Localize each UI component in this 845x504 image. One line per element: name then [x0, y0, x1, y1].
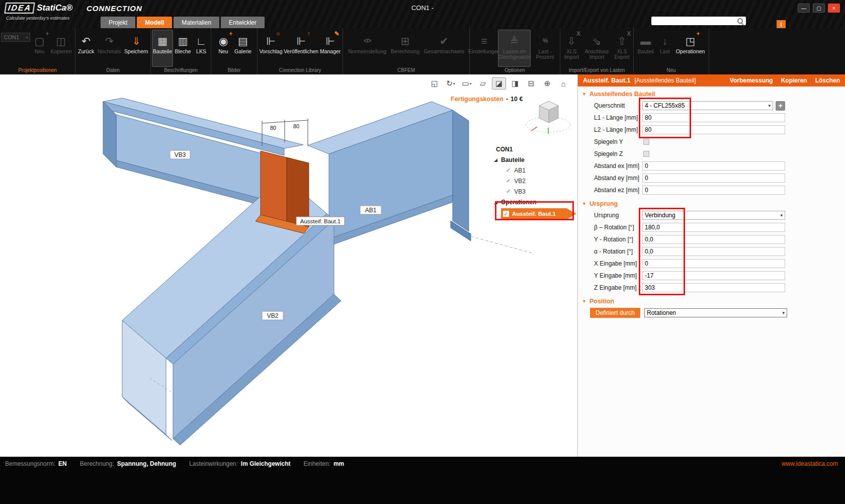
operation-checkbox[interactable]: ✓ — [503, 211, 509, 217]
window-select-icon[interactable]: ▭▾ — [460, 77, 474, 90]
stiffener-web-face[interactable] — [261, 151, 287, 221]
tree-item-vb2[interactable]: ✓VB2 — [494, 176, 577, 186]
tree-group-bauteile[interactable]: ◢Bauteile — [494, 154, 577, 165]
property-label: Spiegeln Z — [594, 150, 642, 157]
axes-icon[interactable]: ⊕ — [540, 77, 554, 90]
orbit-icon[interactable]: ↻▾ — [444, 77, 458, 90]
panel-action-kopieren[interactable]: Kopieren — [781, 77, 807, 84]
ribbon-group-buttons: ⇩XXLS Import⇘Anschluss Import⇧XXLS Expor… — [560, 28, 633, 67]
search-icon — [737, 18, 743, 24]
section-header-ursprung[interactable]: ▼Ursprung — [578, 198, 845, 209]
property-input-rotation[interactable]: 0,0 — [642, 247, 785, 256]
ribbon-button-galerie[interactable]: ▤Galerie — [232, 30, 254, 67]
viewport-3d[interactable]: 80 80 VB3 AB1 — [0, 74, 577, 457]
property-input-y-rotation[interactable]: 0,0 — [642, 235, 785, 244]
checkmark-icon[interactable]: ✓ — [506, 178, 511, 184]
section-view-icon[interactable]: ⊟ — [524, 77, 538, 90]
tree-item-ab1[interactable]: ✓AB1 — [494, 165, 577, 176]
property-label: α - Rotation [°] — [594, 248, 642, 255]
tab-materialien[interactable]: Materialien — [174, 17, 219, 28]
property-checkbox-spiegeln-z[interactable] — [643, 151, 649, 157]
tree-group-label: Operationen — [501, 199, 537, 206]
solid-view-icon[interactable]: ◪ — [492, 77, 506, 90]
ribbon-button-label: Gesamtnachweis — [424, 49, 464, 54]
panel-action-l-schen[interactable]: Löschen — [815, 77, 840, 84]
ribbon-button-ver-ffentlichen[interactable]: ⊩↑Veröffentlichen — [284, 30, 318, 67]
beam-ab1-end-face[interactable] — [453, 110, 469, 231]
chevron-down-icon: ▾ — [453, 81, 455, 86]
maximize-button[interactable]: ▢ — [813, 4, 825, 13]
plus-accent-icon: + — [696, 31, 700, 37]
property-select-definiert-durch[interactable]: Rotationen▾ — [644, 308, 787, 317]
close-button[interactable]: × — [828, 4, 840, 13]
stiffener-side-face[interactable] — [287, 157, 309, 227]
website-link[interactable]: www.ideastatica.com — [782, 460, 838, 467]
ribbon-button-bauteile[interactable]: ▦Bauteile — [152, 30, 173, 67]
plus-accent-icon: + — [45, 31, 49, 37]
checkmark-icon[interactable]: ✓ — [506, 167, 511, 174]
ribbon-button-neu[interactable]: ◉+Neu — [215, 30, 232, 67]
ribbon-button-zur-ck[interactable]: ↶Zurück — [76, 30, 96, 67]
section-collapse-icon[interactable]: ▼ — [582, 299, 586, 304]
model-tree: CON1◢Bauteile✓AB1✓VB2✓VB3◢Operationen✓Au… — [494, 144, 577, 219]
property-row-y-rotation: Y - Rotation [°]0,0 — [578, 233, 845, 245]
search-box[interactable] — [651, 17, 746, 25]
property-input-abstand-ey-mm[interactable]: 0 — [642, 174, 785, 183]
defined-by-button[interactable]: Definiert durch — [590, 308, 640, 318]
property-input-l2-l-nge-mm[interactable]: 80 — [642, 125, 785, 134]
property-row-querschnitt: Querschnitt4 - CFL255x85▾+ — [578, 100, 845, 112]
ribbon-button-label: Last - Prozent — [533, 49, 557, 60]
property-checkbox-spiegeln-y[interactable] — [643, 139, 649, 145]
ribbon-button-label: Neu — [218, 49, 228, 54]
property-select-querschnitt[interactable]: 4 - CFL255x85▾ — [642, 101, 773, 110]
tree-expander-icon[interactable]: ◢ — [494, 157, 501, 162]
property-input-rotation[interactable]: 180,0 — [642, 223, 785, 232]
section-header-position[interactable]: ▼Position — [578, 296, 845, 307]
publish-icon: ⊩↑ — [296, 33, 305, 49]
property-select-ursprung[interactable]: Verbindung▾ — [642, 211, 785, 220]
ribbon-button-speichern[interactable]: ⇓Speichern — [123, 30, 149, 67]
navigation-cube[interactable] — [526, 101, 570, 134]
manager-icon: ⊩✎ — [325, 33, 334, 49]
property-input-abstand-ez-mm[interactable]: 0 — [642, 186, 785, 195]
tree-group-operationen[interactable]: ◢Operationen — [494, 197, 577, 207]
add-cross-section-button[interactable]: + — [776, 101, 785, 111]
checkmark-icon[interactable]: ✓ — [506, 188, 511, 195]
tree-item-vb3[interactable]: ✓VB3 — [494, 186, 577, 197]
tab-modell[interactable]: Modell — [137, 17, 172, 28]
tree-item-aussteif-baut-1[interactable]: ✓Aussteif. Baut.1 — [501, 208, 576, 219]
beam-label-vb3: VB3 — [170, 150, 190, 159]
load-percent-icon: % — [543, 33, 548, 49]
tree-item-label: VB2 — [514, 178, 526, 185]
home-view-icon[interactable]: ⌂ — [556, 77, 570, 90]
ribbon-button-operationen[interactable]: ◳+Operationen — [674, 30, 707, 67]
property-row-l1-l-nge-mm: L1 - Länge [mm]80 — [578, 112, 845, 124]
production-cost: Fertigungskosten-10 € — [451, 96, 523, 103]
ribbon-button-bleche[interactable]: ▥Bleche — [174, 30, 192, 67]
transparent-view-icon[interactable]: ◨ — [508, 77, 522, 90]
property-input-z-eingabe-mm[interactable]: 303 — [642, 283, 785, 292]
search-input[interactable] — [652, 17, 739, 26]
plates-label-icon: ▥ — [178, 33, 188, 49]
ribbon-button-vorschlag[interactable]: ⊩○Vorschlag — [259, 30, 283, 67]
wireframe-view-icon[interactable]: ▱ — [476, 77, 490, 90]
section-collapse-icon[interactable]: ▼ — [582, 201, 586, 206]
tree-root-con1[interactable]: CON1 — [494, 144, 577, 154]
section-collapse-icon[interactable]: ▼ — [582, 92, 586, 97]
fit-view-icon[interactable]: ◱ — [428, 77, 442, 90]
tab-entwickler[interactable]: Entwickler — [221, 17, 265, 28]
ribbon-button-label: Zurück — [78, 49, 94, 54]
ribbon-button-manager[interactable]: ⊩✎Manager — [319, 30, 342, 67]
panel-action-vorbemessung[interactable]: Vorbemessung — [730, 77, 773, 84]
property-input-l1-l-nge-mm[interactable]: 80 — [642, 113, 785, 122]
ribbon-button-lks[interactable]: ∟LKS — [193, 30, 210, 67]
svg-text:VB3: VB3 — [175, 151, 186, 158]
section-header-aussteifendes-bauteil[interactable]: ▼Aussteifendes Bauteil — [578, 89, 845, 100]
accent-icon: X — [576, 31, 580, 37]
tree-expander-icon[interactable]: ◢ — [494, 200, 501, 205]
property-input-abstand-ex-mm[interactable]: 0 — [642, 161, 785, 171]
property-input-y-eingabe-mm[interactable]: -17 — [642, 271, 785, 280]
tab-projekt[interactable]: Projekt — [101, 17, 135, 28]
property-input-x-eingabe-mm[interactable]: 0 — [642, 259, 785, 268]
minimize-button[interactable]: — — [798, 4, 810, 13]
